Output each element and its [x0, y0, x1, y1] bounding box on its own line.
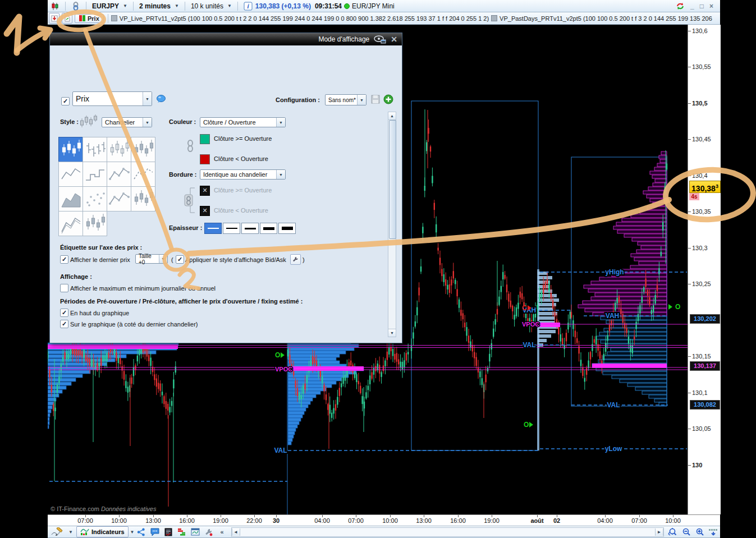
style-option-candle-line[interactable] — [131, 186, 155, 211]
column-settings-button[interactable] — [707, 526, 720, 537]
comments-button[interactable] — [149, 526, 161, 537]
style-option-scatter[interactable] — [83, 186, 107, 211]
download-data-icon[interactable] — [49, 13, 59, 24]
show-max-min-label: Afficher le maximum et minimum journalie… — [70, 285, 216, 292]
svg-text:yLow: yLow — [605, 445, 622, 453]
show-last-price-checkbox[interactable]: ✓ — [60, 255, 68, 264]
link-border-icon[interactable] — [184, 186, 198, 215]
bordure-lt-swatch: ✕ — [200, 206, 210, 216]
refresh-icon[interactable] — [676, 2, 685, 11]
save-configuration-icon[interactable] — [371, 95, 380, 104]
zoom-out-button[interactable] — [680, 526, 693, 537]
style-option-dashed-line[interactable] — [131, 162, 155, 187]
chevron-down-icon[interactable]: ▼ — [68, 530, 73, 535]
drawing-tools-button[interactable] — [48, 526, 66, 537]
volume-profile-button[interactable] — [176, 526, 188, 537]
price-axis[interactable]: 130,6130,55130,5130,45130,4130,35130,313… — [688, 25, 721, 514]
epaisseur-label: Epaisseur : — [169, 224, 202, 231]
timeframe-selector[interactable]: 2 minutes▼ — [136, 2, 182, 10]
scroll-left-button[interactable]: ◄ — [232, 528, 240, 536]
bidask-style-checkbox[interactable]: ✓ — [176, 255, 184, 264]
price-tick-label: 130,25 — [692, 281, 711, 287]
scroll-up-button[interactable]: ▲ — [388, 112, 396, 120]
price-tick-label: 130,55 — [692, 63, 711, 70]
time-tick-label: 13:00 — [145, 517, 161, 524]
new-page-icon[interactable] — [62, 13, 72, 24]
share-button[interactable] — [135, 526, 148, 537]
link-colors-icon[interactable] — [186, 140, 194, 152]
dialog-titlebar[interactable]: Mode d'affichage ✕ — [50, 33, 402, 45]
taille-select[interactable]: Taille +0▼ — [135, 254, 168, 264]
help-bubble-icon[interactable] — [157, 95, 166, 103]
close-button[interactable]: × — [709, 2, 713, 10]
indicator-enabled-checkbox[interactable]: ✓ — [61, 97, 70, 105]
thickness-2[interactable] — [223, 223, 240, 234]
show-max-min-checkbox[interactable] — [60, 284, 68, 292]
svg-text:C: C — [522, 304, 527, 312]
chevron-down-icon[interactable]: ▼ — [130, 530, 135, 535]
horizontal-scrollbar[interactable]: ◄ ► — [231, 527, 664, 537]
indicator-chart-icon — [80, 528, 89, 536]
couleur-select[interactable]: Clôture / Ouverture▼ — [200, 117, 286, 127]
maximize-button[interactable]: □ — [700, 2, 704, 10]
price-tick-label: 130,4 — [692, 172, 708, 179]
collapse-toolbar-button[interactable]: « — [216, 526, 228, 537]
link-icon[interactable] — [68, 2, 83, 11]
style-option-step[interactable] — [83, 162, 107, 187]
thickness-1[interactable] — [204, 223, 222, 234]
instrument-selector[interactable]: EURJPY▼ — [89, 2, 130, 10]
style-option-line[interactable] — [58, 162, 83, 187]
style-option-ohlc[interactable] — [83, 137, 107, 162]
style-option-line-dots[interactable] — [107, 162, 131, 187]
thickness-4[interactable] — [260, 223, 277, 234]
close-ge-open-label: Clôture >= Ouverture — [214, 135, 272, 142]
scroll-down-button[interactable]: ▼ — [388, 329, 396, 337]
bidask-settings-icon[interactable] — [290, 254, 301, 265]
top-of-chart-checkbox[interactable]: ✓ — [60, 309, 68, 317]
indicator-1-label[interactable]: VP_Live_PRTv11_v2pt5 (100 100 0.5 200 t … — [120, 15, 489, 22]
add-configuration-icon[interactable] — [383, 94, 393, 104]
news-button[interactable] — [162, 526, 175, 537]
price-tick-label: 130 — [692, 462, 702, 468]
style-option-zigzag-dots[interactable] — [107, 186, 131, 211]
zoom-fit-button[interactable] — [667, 526, 679, 537]
thickness-5[interactable] — [278, 223, 296, 234]
price-tick-mark — [688, 393, 691, 393]
dialog-scrollbar[interactable]: ▲ ▼ — [388, 112, 396, 337]
chart-window-button[interactable] — [189, 526, 201, 537]
units-selector[interactable]: 10 k unités▼ — [188, 2, 235, 10]
on-chart-checkbox[interactable]: ✓ — [60, 320, 68, 328]
close-ge-open-color-swatch[interactable] — [200, 134, 210, 144]
minimize-button[interactable]: _ — [690, 2, 694, 10]
scroll-right-button[interactable]: ► — [655, 528, 663, 536]
indicator-2-label[interactable]: VP_PastDays_PRTv11_v2pt5 (100 100 0.5 20… — [500, 15, 712, 22]
close-lt-open-color-swatch[interactable] — [200, 154, 210, 164]
thickness-3[interactable] — [241, 223, 259, 234]
style-option-area-outline[interactable] — [58, 211, 83, 236]
style-option-area[interactable] — [58, 186, 83, 211]
info-icon[interactable]: i — [241, 2, 255, 11]
chart-type-icon[interactable] — [48, 2, 62, 11]
configuration-select[interactable]: Sans nom*▼ — [325, 94, 366, 105]
style-option-mini-bars[interactable] — [83, 211, 107, 236]
top-of-chart-label: En haut du graphique — [70, 310, 129, 316]
countdown-badge: 4s — [689, 193, 699, 200]
time-tick-label: 07:00 — [631, 517, 647, 524]
bordure-select[interactable]: Identique au chandelier▼ — [200, 169, 286, 180]
tab-prix[interactable]: Prix — [75, 14, 104, 23]
style-option-candles-gray[interactable] — [131, 137, 155, 162]
time-axis[interactable]: 07:0010:0013:0016:0019:0022:003004:0007:… — [48, 514, 720, 526]
style-select[interactable]: Chandelier▼ — [102, 117, 152, 127]
zoom-in-button[interactable] — [694, 526, 706, 537]
settings-wrench-button[interactable] — [203, 526, 215, 537]
indicator-swatch[interactable] — [111, 15, 117, 21]
dialog-close-icon[interactable]: ✕ — [391, 35, 397, 43]
configuration-label: Configuration : — [276, 96, 320, 103]
axis-label-header: Étiquette sur l'axe des prix : — [60, 244, 142, 251]
style-option-candles[interactable] — [58, 137, 83, 162]
indicator-select[interactable]: Prix▼ — [72, 91, 152, 106]
style-option-candles-outline[interactable] — [107, 137, 131, 162]
indicateurs-button[interactable]: Indicateurs — [76, 526, 129, 537]
indicator-swatch[interactable] — [491, 15, 497, 21]
scrollbar-thumb[interactable] — [389, 120, 396, 239]
